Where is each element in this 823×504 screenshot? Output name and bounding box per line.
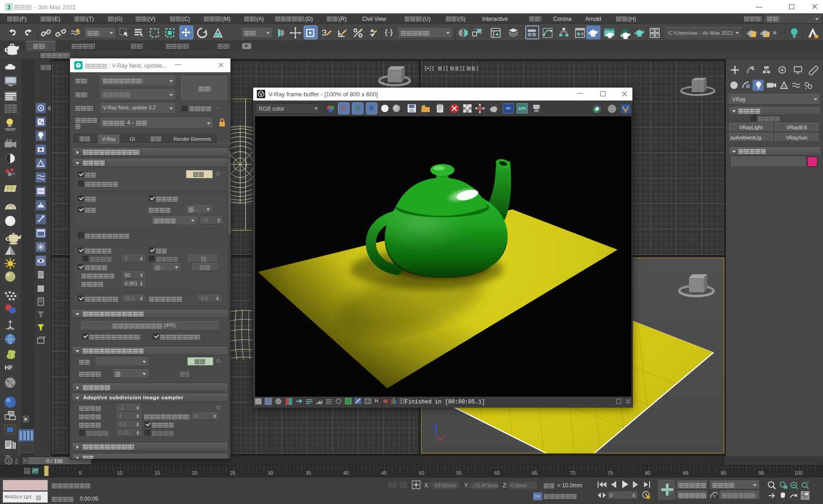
- svg-text:o: o: [805, 87, 807, 90]
- svg-text:x: x: [442, 434, 445, 438]
- svg-text:0: 0: [7, 379, 9, 383]
- svg-text:1: 1: [12, 383, 14, 387]
- svg-text:z: z: [431, 427, 434, 432]
